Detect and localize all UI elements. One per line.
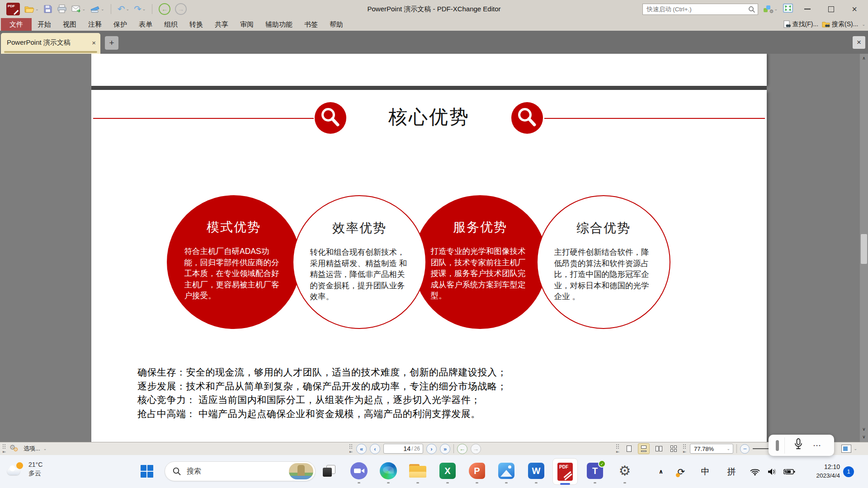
quick-launch-input[interactable]: [643, 4, 758, 14]
menu-help[interactable]: 帮助: [324, 18, 349, 31]
toolbar-grip[interactable]: ⇤: [349, 444, 353, 454]
chevron-down-icon[interactable]: ⌄: [854, 446, 857, 451]
grid-view-button[interactable]: [668, 443, 679, 454]
battery-icon[interactable]: [782, 455, 797, 488]
menu-bookmarks[interactable]: 书签: [298, 18, 324, 31]
quick-launch-search[interactable]: [642, 4, 758, 15]
collapse-icon[interactable]: ⇤: [616, 450, 620, 454]
scroll-down-button[interactable]: ∨: [860, 425, 868, 433]
new-tab-button[interactable]: +: [105, 36, 118, 50]
weather-widget[interactable]: 21°C 多云: [7, 460, 42, 478]
menu-accessibility[interactable]: 辅助功能: [259, 18, 298, 31]
taskbar-search-box[interactable]: 搜索: [165, 461, 316, 481]
minimize-button[interactable]: [798, 2, 816, 16]
sync-status-icon[interactable]: ⟳: [675, 455, 688, 488]
toolbar-grip[interactable]: ⇤: [683, 444, 687, 454]
chevron-down-icon[interactable]: ⌄: [43, 446, 47, 451]
menu-comment[interactable]: 注释: [82, 18, 108, 31]
task-view-button[interactable]: [319, 461, 339, 481]
start-button[interactable]: [140, 465, 154, 478]
single-page-view-button[interactable]: [623, 443, 635, 454]
go-back-button[interactable]: ←: [159, 3, 170, 15]
tab-close-icon[interactable]: ×: [92, 39, 96, 47]
chevron-down-icon[interactable]: ⌄: [142, 7, 146, 11]
scan-button[interactable]: ⌄: [90, 5, 104, 13]
scroll-down-button[interactable]: ∨: [860, 433, 868, 441]
save-button[interactable]: [43, 5, 52, 14]
menu-file[interactable]: 文件: [1, 18, 32, 31]
first-page-button[interactable]: «: [356, 444, 367, 454]
taskbar-teams[interactable]: T✓: [585, 461, 605, 481]
current-page[interactable]: 14: [403, 445, 410, 452]
chevron-down-icon[interactable]: ⌄: [726, 446, 730, 451]
collapse-icon[interactable]: ⇤: [349, 450, 353, 454]
find-button[interactable]: 查找(F)...: [783, 20, 819, 28]
menu-view[interactable]: 视图: [57, 18, 82, 31]
page-thumbnail-view-button[interactable]: [841, 445, 851, 453]
menu-form[interactable]: 表单: [133, 18, 158, 31]
zoom-level-select[interactable]: 77.78% ⌄: [690, 444, 733, 454]
volume-icon[interactable]: [766, 455, 778, 488]
chevron-down-icon[interactable]: ⌄: [862, 22, 865, 27]
undo-button[interactable]: ↶ ⌄: [118, 5, 129, 14]
page-number-field[interactable]: 14 / 26: [383, 444, 423, 454]
menu-convert[interactable]: 转换: [184, 18, 209, 31]
maximize-button[interactable]: [822, 2, 840, 16]
taskbar-excel[interactable]: X: [438, 461, 458, 481]
chevron-down-icon[interactable]: ⌄: [82, 7, 86, 11]
taskbar-pdf-xchange-active[interactable]: PDF: [552, 458, 578, 485]
taskbar-file-explorer[interactable]: [408, 461, 428, 481]
scroll-up-button[interactable]: ∧: [860, 54, 868, 62]
ui-customize-button[interactable]: ⚙ ⌄: [764, 5, 778, 13]
scrollbar-thumb[interactable]: [861, 234, 867, 264]
menu-share[interactable]: 共享: [209, 18, 234, 31]
search-icon[interactable]: [748, 6, 755, 13]
chevron-down-icon[interactable]: ⌄: [35, 7, 39, 11]
toolbar-grip[interactable]: ⇤: [2, 444, 6, 454]
chevron-down-icon[interactable]: ⌄: [774, 7, 778, 11]
zoom-out-button[interactable]: −: [740, 444, 750, 454]
ime-pinyin-button[interactable]: 拼: [725, 455, 738, 488]
toolbar-grip[interactable]: ⇤: [616, 444, 620, 454]
wifi-icon[interactable]: [749, 455, 761, 488]
search-button[interactable]: 搜索(S)...: [822, 20, 858, 28]
print-button[interactable]: [57, 5, 67, 14]
voice-typing-widget[interactable]: ⋯: [769, 435, 834, 456]
open-file-button[interactable]: ⌄: [24, 5, 39, 13]
fullscreen-button[interactable]: [783, 4, 793, 14]
tab-label[interactable]: PowerPoint 演示文稿: [7, 38, 89, 47]
microphone-button[interactable]: [794, 438, 803, 452]
search-highlight-image[interactable]: [289, 463, 313, 479]
drag-handle[interactable]: [776, 440, 779, 451]
taskbar-edge[interactable]: [378, 461, 398, 481]
taskbar-settings[interactable]: ⚙: [615, 461, 635, 481]
taskbar-chat[interactable]: [349, 461, 369, 481]
menu-review[interactable]: 审阅: [234, 18, 259, 31]
close-button[interactable]: ×: [845, 2, 863, 16]
document-tab[interactable]: PowerPoint 演示文稿 ×: [1, 33, 100, 54]
redo-button[interactable]: ↷ ⌄: [134, 5, 146, 14]
notification-center-button[interactable]: 1: [843, 455, 854, 488]
previous-page-button[interactable]: ‹: [370, 444, 380, 454]
next-page-button[interactable]: ›: [426, 444, 437, 454]
options-button[interactable]: 选项...: [24, 445, 40, 453]
menu-organize[interactable]: 组织: [158, 18, 184, 31]
next-view-button[interactable]: →: [471, 444, 481, 454]
chevron-down-icon[interactable]: ⌄: [101, 7, 104, 11]
vertical-scrollbar[interactable]: ∧ ∨ ∨: [860, 54, 868, 442]
taskbar-powerpoint[interactable]: P: [467, 461, 487, 481]
close-document-button[interactable]: ×: [853, 36, 865, 49]
clock-widget[interactable]: 12:10 2023/4/4: [805, 455, 840, 488]
previous-view-button[interactable]: ←: [457, 444, 467, 454]
collapse-icon[interactable]: ⇤: [3, 450, 6, 454]
continuous-view-button[interactable]: [638, 443, 650, 454]
taskbar-photos[interactable]: [496, 461, 516, 481]
email-button[interactable]: ⌄: [71, 5, 86, 13]
menu-home[interactable]: 开始: [32, 18, 57, 31]
more-options-button[interactable]: ⋯: [813, 441, 821, 450]
two-page-view-button[interactable]: [653, 443, 665, 454]
menu-protect[interactable]: 保护: [108, 18, 133, 31]
taskbar-word[interactable]: W: [526, 461, 546, 481]
tray-overflow-button[interactable]: ∧: [655, 455, 667, 488]
go-forward-button[interactable]: →: [175, 3, 187, 15]
